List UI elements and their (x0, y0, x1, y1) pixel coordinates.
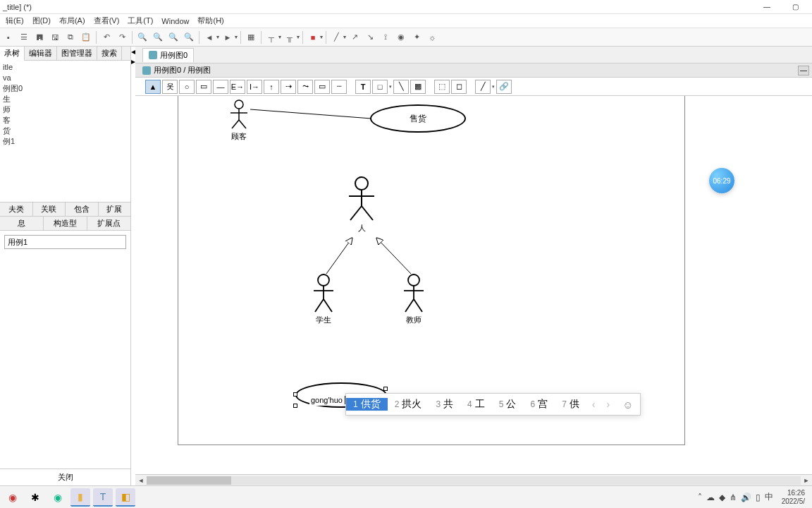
frame-tool[interactable]: ⬚ (434, 80, 450, 94)
tray-ime-indicator[interactable]: 中 (765, 491, 773, 503)
tray-app-icon[interactable]: ◆ (719, 492, 725, 502)
tab-search[interactable]: 搜索 (97, 47, 122, 60)
gen-teacher-person[interactable] (367, 233, 417, 277)
menu-view[interactable]: 查看(V) (90, 16, 124, 26)
minimize-button[interactable]: — (753, 3, 781, 11)
gen-student-person[interactable] (324, 233, 366, 277)
actor-tool[interactable]: 옷 (162, 80, 178, 94)
assoc-tool[interactable]: — (213, 80, 228, 94)
notelink-tool[interactable]: ┄ (331, 80, 347, 94)
redo-button[interactable]: ↷ (115, 30, 129, 44)
h-scrollbar[interactable]: ◄ ► (135, 474, 812, 485)
rtab-generalization[interactable]: 夫类 (0, 202, 33, 216)
align-button[interactable]: ┬ (264, 30, 278, 44)
anchornote-tool[interactable]: ◻ (451, 80, 467, 94)
note-tool[interactable]: ▭ (314, 80, 330, 94)
saveall-button[interactable]: 🖫 (48, 30, 62, 44)
line2-tool[interactable]: ╲ (393, 80, 409, 94)
tree-node[interactable]: 货 (3, 126, 128, 136)
taskbar-clock[interactable]: 16:26 2022/5/ (777, 489, 809, 506)
color-button[interactable]: ■ (306, 30, 320, 44)
selected-element-input[interactable] (4, 235, 126, 249)
nav-back-button[interactable]: ◄ (202, 30, 216, 44)
tree-node[interactable]: itle (3, 62, 128, 73)
tree-node[interactable]: 师 (3, 104, 128, 115)
editor-tab[interactable]: 用例图0 (142, 48, 194, 62)
notepad-button[interactable]: T (93, 488, 113, 507)
minimize-editor-button[interactable]: — (798, 66, 809, 75)
zoom-out-button[interactable]: 🔍 (151, 30, 165, 44)
zoom-in-button[interactable]: 🔍 (135, 30, 149, 44)
ime-cand-1[interactable]: 1供货 (346, 398, 388, 411)
rtab-association[interactable]: 关联 (33, 202, 66, 216)
usecase-name-input[interactable]: gong'huo (309, 395, 347, 406)
maximize-button[interactable]: ▢ (781, 3, 809, 11)
menu-layout[interactable]: 布局(A) (55, 16, 90, 26)
ime-cand-2[interactable]: 2拱火 (388, 398, 429, 411)
tray-wifi-icon[interactable]: ⋔ (730, 492, 737, 502)
tree-node[interactable]: 例1 (3, 136, 128, 147)
include-tool[interactable]: I→ (247, 80, 262, 94)
ime-cand-7[interactable]: 7供 (555, 398, 586, 411)
image-tool[interactable]: ▩ (410, 80, 426, 94)
tree-node[interactable]: 客 (3, 115, 128, 126)
ime-emoji-button[interactable]: ☺ (615, 399, 640, 411)
dtab-stereotype[interactable]: 构造型 (44, 217, 87, 230)
app-button[interactable]: ◧ (116, 488, 135, 507)
arrow1-button[interactable]: ↗ (347, 30, 362, 44)
tab-editor[interactable]: 编辑器 (25, 47, 57, 60)
tree-node[interactable]: 例图0 (3, 83, 128, 94)
ime-cand-5[interactable]: 5公 (492, 398, 524, 411)
new-button[interactable]: ▪ (1, 30, 16, 44)
scroll-thumb[interactable] (147, 476, 231, 485)
nav-fwd-button[interactable]: ► (221, 30, 235, 44)
model-tree[interactable]: itle va 例图0 生 师 客 货 例1 (0, 61, 130, 202)
explorer-button[interactable]: ▮ (70, 488, 90, 507)
timer-badge[interactable]: 06:29 (709, 168, 734, 193)
ime-cand-6[interactable]: 6宫 (523, 398, 555, 411)
scroll-left-button[interactable]: ◄ (135, 477, 147, 484)
tab-diagram-mgr[interactable]: 图管理器 (57, 47, 97, 60)
undo-button[interactable]: ↶ (99, 30, 113, 44)
actor-customer[interactable]: 顾客 (226, 99, 252, 142)
rect-tool[interactable]: □ (372, 80, 388, 94)
line-button[interactable]: ╱ (329, 30, 343, 44)
link-tool[interactable]: 🔗 (496, 80, 512, 94)
tool-c-button[interactable]: ☼ (425, 30, 439, 44)
zoom-reset-button[interactable]: 🔍 (182, 30, 196, 44)
open-button[interactable]: ☰ (17, 30, 31, 44)
menu-help[interactable]: 帮助(H) (193, 16, 228, 26)
dep-tool[interactable]: ⇢ (281, 80, 296, 94)
menu-tools[interactable]: 工具(T) (123, 16, 157, 26)
actor-teacher[interactable]: 教师 (401, 274, 426, 325)
tray-volume-icon[interactable]: 🔊 (741, 492, 751, 502)
settings-button[interactable]: ✱ (25, 488, 45, 507)
paste-button[interactable]: 📋 (79, 30, 93, 44)
actor-student[interactable]: 学生 (311, 274, 336, 325)
zoom-fit-button[interactable]: 🔍 (166, 30, 180, 44)
usecase-sell[interactable]: 售货 (370, 104, 466, 133)
ime-next-page[interactable]: › (601, 399, 615, 410)
save-button[interactable]: 🖪 (32, 30, 47, 44)
edge-button[interactable]: ◉ (48, 488, 68, 507)
rtab-include[interactable]: 包含 (66, 202, 99, 216)
scroll-right-button[interactable]: ► (801, 477, 812, 484)
menu-diagram[interactable]: 图(D) (28, 16, 55, 26)
tool-b-button[interactable]: ✦ (410, 30, 424, 44)
text-tool[interactable]: T (355, 80, 371, 94)
recording-button[interactable]: ◉ (3, 488, 23, 507)
menu-window[interactable]: Window (157, 17, 193, 25)
ime-cand-4[interactable]: 4工 (460, 398, 492, 411)
tool-a-button[interactable]: ◉ (394, 30, 408, 44)
close-button[interactable]: 关闭 (0, 468, 130, 485)
select-tool[interactable]: ▲ (145, 80, 161, 94)
assoc-customer-sell[interactable] (250, 107, 371, 121)
tree-node[interactable]: 生 (3, 94, 128, 104)
tray-battery-icon[interactable]: ▯ (756, 492, 761, 502)
ime-cand-3[interactable]: 3共 (429, 398, 460, 411)
distribute-button[interactable]: ╥ (283, 30, 297, 44)
gen-tool[interactable]: ↑ (264, 80, 279, 94)
tree-node[interactable]: va (3, 73, 128, 83)
dtab-extpoint[interactable]: 扩展点 (87, 217, 130, 230)
anchor-button[interactable]: ⟟ (379, 30, 393, 44)
